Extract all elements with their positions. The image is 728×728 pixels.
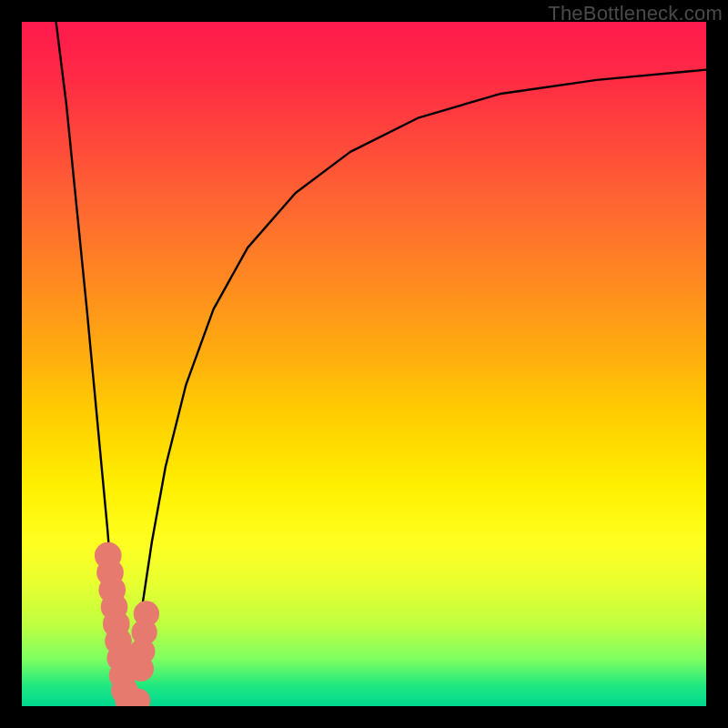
outer-frame: TheBottleneck.com bbox=[0, 0, 728, 728]
watermark-text: TheBottleneck.com bbox=[548, 2, 723, 25]
curve-right-branch bbox=[125, 70, 706, 706]
plot-area bbox=[22, 22, 706, 706]
marker-dot bbox=[134, 601, 159, 626]
curve-svg bbox=[22, 22, 706, 706]
marker-dots bbox=[95, 542, 159, 706]
